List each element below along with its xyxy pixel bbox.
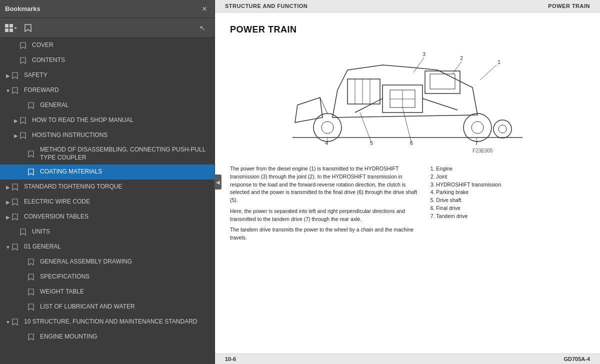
bookmark-icon-10structure [12,318,21,326]
sidebar-label-general: GENERAL [40,102,68,110]
power-train-diagram: 1 2 3 4 5 6 7 F23E005 [282,45,532,155]
svg-line-16 [422,98,458,110]
sidebar-label-10structure: 10 STRUCTURE, FUNCTION AND MAINTENANCE S… [24,318,197,326]
grid-icon [5,24,14,32]
sidebar-item-specifications[interactable]: SPECIFICATIONS [0,270,214,284]
sidebar-item-cover[interactable]: COVER [0,38,214,53]
bookmark-icon-specs [28,274,37,280]
bookmark-icon-conversion [12,214,21,220]
sidebar-label-safety: SAFETY [24,72,48,80]
svg-rect-0 [5,24,8,28]
bookmark-icon-cover [20,42,29,49]
sidebar-label-01general: 01 GENERAL [24,243,61,251]
svg-point-8 [472,122,484,134]
main-layout: Bookmarks × ▾ ↖ [0,0,600,364]
doc-footer: 10-6 GD705A-4 [215,354,600,364]
part-5: Drive shaft [436,196,585,204]
sidebar-item-conversion[interactable]: ▶ CONVERSION TABLES [0,210,214,224]
sidebar-item-units[interactable]: UNITS [0,224,214,240]
conversion-arrow: ▶ [4,214,12,220]
bookmark-icon [24,24,32,32]
sidebar-item-contents[interactable]: CONTENTS [0,53,214,68]
doc-page-number: 10-6 [225,356,236,362]
sidebar-item-engine-mounting[interactable]: ENGINE MOUNTING [0,330,214,344]
svg-rect-1 [10,24,13,28]
doc-diagram: 1 2 3 4 5 6 7 F23E005 [230,45,585,155]
sidebar-collapse-button[interactable]: ◀ [214,174,222,190]
sidebar-item-coating[interactable]: COATING MATERIALS [0,164,214,180]
sidebar-item-standard-torque[interactable]: ▶ STANDARD TIGHTENING TORQUE [0,180,214,194]
sidebar-item-10structure[interactable]: ▼ 10 STRUCTURE, FUNCTION AND MAINTENANCE… [0,314,214,330]
doc-content[interactable]: POWER TRAIN [215,12,600,354]
sidebar-item-lubricant[interactable]: LIST OF LUBRICANT AND WATER [0,300,214,314]
sidebar-item-hoisting[interactable]: ▶ HOISTING INSTRUCTIONS [0,128,214,143]
bookmark-icon-general [28,102,37,109]
cursor-indicator: ↖ [38,24,210,32]
sidebar-label-foreward: FOREWARD [24,86,59,94]
svg-text:1: 1 [498,59,500,65]
sidebar-label-conversion: CONVERSION TABLES [24,213,88,221]
doc-title: POWER TRAIN [230,24,585,35]
sidebar-item-method[interactable]: METHOD OF DISASSEMBLING, CONNECTING PUSH… [0,143,214,164]
01general-arrow: ▼ [4,244,12,250]
sidebar-item-safety[interactable]: ▶ SAFETY [0,68,214,83]
part-4: Parking brake [436,188,585,196]
sidebar-label-contents: CONTENTS [32,56,65,64]
svg-rect-19 [348,79,380,104]
bookmark-view-button[interactable] [21,21,35,35]
doc-parts-list: Engine Joint HYDROSHIFT transmission Par… [428,165,585,242]
svg-text:3: 3 [422,51,426,57]
sidebar-label-units: UNITS [32,228,50,236]
doc-description: The power from the diesel engine (1) is … [230,165,418,242]
bookmark-icon-engine [28,334,37,340]
sidebar-label-weight: WEIGHT TABLE [40,288,84,296]
sidebar-label-hoisting: HOISTING INSTRUCTIONS [32,132,108,140]
sidebar-item-general-assembly[interactable]: GENERAL ASSEMBLY DRAWING [0,254,214,270]
sidebar-item-general[interactable]: GENERAL [0,98,214,113]
sidebar-label-assembly: GENERAL ASSEMBLY DRAWING [40,258,132,266]
bookmark-icon-torque [12,184,21,190]
doc-header: STRUCTURE AND FUNCTION POWER TRAIN [215,0,600,12]
part-6: Final drive [436,204,585,212]
svg-point-9 [494,120,512,138]
bookmark-icon-hoisting [20,132,29,139]
bookmark-icon-how-to-read [20,117,29,124]
mouse-cursor: ↖ [200,24,206,32]
part-3: HYDROSHIFT transmission [436,181,585,189]
bookmark-icon-coating [28,168,37,176]
svg-rect-18 [430,74,455,89]
doc-header-section: STRUCTURE AND FUNCTION [225,3,308,9]
sidebar-label-method: METHOD OF DISASSEMBLING, CONNECTING PUSH… [40,146,210,162]
close-button[interactable]: × [200,4,210,14]
part-7: Tandem drive [436,212,585,220]
doc-paragraph-3: The tandem drive transmits the power to … [230,226,418,242]
bookmark-icon-weight [28,288,37,296]
svg-rect-3 [10,28,13,32]
svg-text:2: 2 [460,55,463,61]
svg-point-6 [322,122,334,134]
bookmark-list[interactable]: COVER CONTENTS ▶ SAFETY ▼ [0,38,214,364]
sidebar-item-weight[interactable]: WEIGHT TABLE [0,284,214,300]
sidebar-item-how-to-read[interactable]: ▶ HOW TO READ THE SHOP MANUAL [0,113,214,128]
how-to-read-arrow: ▶ [12,118,20,124]
sidebar-title: Bookmarks [5,5,196,12]
sidebar-item-foreward[interactable]: ▼ FOREWARD [0,83,214,98]
10structure-arrow: ▼ [4,320,12,325]
sidebar-label-coating: COATING MATERIALS [40,168,102,176]
doc-body: The power from the diesel engine (1) is … [230,165,585,242]
sidebar-item-electric-wire[interactable]: ▶ ELECTRIC WIRE CODE [0,194,214,210]
svg-point-10 [498,125,506,133]
svg-line-31 [480,65,496,80]
sidebar-topbar: Bookmarks × [0,0,214,18]
sidebar-item-01general[interactable]: ▼ 01 GENERAL [0,240,214,254]
torque-arrow: ▶ [4,184,12,190]
bookmarks-sidebar: Bookmarks × ▾ ↖ [0,0,215,364]
svg-text:5: 5 [370,140,373,146]
doc-model-code: GD705A-4 [564,356,590,362]
svg-text:F23E005: F23E005 [472,148,493,154]
safety-arrow: ▶ [4,73,12,78]
view-options-button[interactable]: ▾ [4,21,18,35]
doc-header-chapter: POWER TRAIN [548,3,590,9]
sidebar-toolbar: ▾ ↖ [0,18,214,38]
bookmark-icon-foreward [12,87,21,94]
